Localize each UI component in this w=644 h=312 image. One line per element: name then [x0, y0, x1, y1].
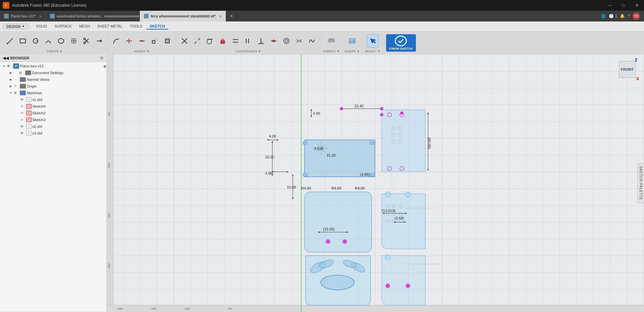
root-broadcast[interactable]: ◉ [103, 64, 106, 68]
trim2-tool[interactable] [123, 34, 135, 48]
parallel-tool[interactable] [242, 34, 254, 48]
smooth-tool[interactable] [306, 34, 318, 48]
tab-piano-box[interactable]: Piano box v13* ✕ [0, 11, 46, 21]
measure-tool[interactable] [325, 34, 337, 48]
tab-close[interactable]: ✕ [39, 14, 42, 18]
constraints-group: CONSTRAINTS ▼ [176, 33, 320, 53]
close-button[interactable]: ✕ [633, 2, 641, 8]
fillet-tool[interactable] [110, 34, 122, 48]
arc-tool[interactable] [42, 34, 54, 48]
tab-ferry[interactable]: ferry wheeeeeeeeeeeel standddddd v6* ✕ [140, 11, 226, 21]
tree-item-doc-settings[interactable]: ⚙ Document Settings [0, 69, 106, 76]
view-cube-box[interactable]: FRONT [619, 61, 636, 78]
svg-text:3.519: 3.519 [314, 147, 323, 151]
tab-surface[interactable]: SURFACE [51, 23, 75, 30]
doc-settings-gear[interactable]: ⚙ [19, 71, 24, 75]
titlebar-controls[interactable]: ─ □ ✕ [606, 2, 641, 8]
expand-named-views[interactable] [8, 77, 13, 82]
root-eye[interactable]: 👁 [7, 64, 12, 68]
design-mode-button[interactable]: DESIGN ▼ [3, 23, 28, 30]
extend-tool[interactable] [93, 34, 105, 48]
modify-label: MODIFY ▼ [134, 50, 150, 53]
tree-item-s1-dxf[interactable]: 👁 S s1-dxf [0, 96, 106, 103]
tree-item-sketches[interactable]: 👁 Sketches [0, 90, 106, 96]
tree-item-named-views[interactable]: Named Views [0, 76, 106, 83]
maximize-button[interactable]: □ [620, 2, 627, 8]
tab-solid[interactable]: SOLID [33, 23, 50, 30]
tree-item-root[interactable]: 👁 F Piano box v13 ◉ [0, 63, 106, 69]
new-tab-button[interactable]: + [226, 11, 237, 21]
tab-tools[interactable]: TOOLS [126, 23, 146, 30]
rectangle-tool[interactable] [17, 34, 29, 48]
expand-origin[interactable] [8, 84, 13, 89]
line-icon [6, 37, 14, 45]
browser-header-left: ◀◀ BROWSER [3, 56, 29, 60]
line-tool[interactable] [4, 34, 16, 48]
browser-collapse-icon[interactable]: ◀◀ [3, 56, 9, 60]
s3-sketch-icon: S [26, 131, 32, 136]
browser-settings-icon[interactable]: ⚙ [100, 56, 104, 60]
svg-text:15.20: 15.20 [326, 153, 336, 157]
bell-icon[interactable]: 🔔 [620, 14, 625, 18]
collinear-tool[interactable] [191, 34, 203, 48]
user-avatar[interactable]: YC [633, 12, 640, 20]
s3-eye[interactable]: 👁 [20, 131, 25, 135]
concentric-tool[interactable] [280, 34, 292, 48]
midpoint-tool[interactable] [268, 34, 280, 48]
help-icon[interactable]: ? [628, 14, 630, 18]
modify-icons [110, 33, 173, 49]
s2-eye[interactable]: 👁 [20, 124, 25, 128]
tree-item-s2-dxf[interactable]: 👁 S s2-dxf [0, 123, 106, 130]
tab-sheet-metal[interactable]: SHEET METAL [94, 23, 126, 30]
trim-tool[interactable] [80, 34, 93, 48]
clock-icon[interactable]: 🕐 1 [609, 14, 617, 18]
tab-sketch[interactable]: SKETCH [146, 23, 168, 30]
tree-item-s3-dxf[interactable]: 👁 S s3-dxf [0, 130, 106, 137]
sketch3-eye[interactable]: 👁 [20, 118, 25, 122]
perpendicular-tool[interactable] [255, 34, 267, 48]
sketch-palette-toggle[interactable]: SKETCH PALETTE [637, 163, 644, 203]
tab-mesh[interactable]: MESH [76, 23, 93, 30]
expand-doc-settings[interactable] [8, 70, 13, 75]
tree-item-origin[interactable]: 👁 Origin [0, 83, 106, 90]
sketch-palette-label: SKETCH PALETTE [639, 166, 643, 200]
sketch4-eye[interactable]: 👁 [20, 104, 25, 108]
view-cube[interactable]: Z FRONT X [615, 58, 639, 81]
tree-item-sketch3[interactable]: 👁 ! Sketch3 [0, 116, 106, 123]
break-tool[interactable] [136, 34, 148, 48]
select-tool[interactable] [367, 34, 379, 48]
sketch2-eye[interactable]: 👁 [20, 111, 25, 115]
tree-item-sketch2[interactable]: 👁 ! Sketch2 [0, 110, 106, 116]
lock-icon [219, 37, 226, 45]
circle-tool[interactable] [30, 34, 42, 48]
svg-point-122 [326, 240, 330, 243]
symmetry-tool[interactable] [293, 34, 305, 48]
lock-tool[interactable] [217, 34, 229, 48]
expand-root[interactable] [1, 63, 7, 69]
sketches-eye[interactable]: 👁 [13, 91, 19, 95]
tangent-icon [206, 37, 214, 45]
insert-image-tool[interactable] [346, 34, 358, 48]
globe-icon[interactable]: 🌐 [601, 14, 606, 18]
scale-tool[interactable] [149, 34, 161, 48]
canvas-area[interactable]: -200 -150 -100 -50 -200 -150 -100 -50 [107, 54, 644, 312]
insert-icons [346, 33, 358, 49]
svg-rect-63 [303, 173, 307, 176]
svg-text:(60.00): (60.00) [427, 137, 431, 149]
origin-eye[interactable]: 👁 [13, 84, 19, 88]
equal-tool[interactable] [229, 34, 241, 48]
offset2-tool[interactable] [161, 34, 173, 48]
tab-unextruded[interactable]: unextruded ferries wheeee... eeeeeeeeeee… [46, 11, 140, 21]
offset-tool[interactable] [68, 34, 80, 48]
tab-close-3[interactable]: ✕ [219, 14, 222, 18]
front-label: FRONT [621, 67, 634, 71]
coincident-tool[interactable] [178, 34, 191, 48]
polygon-tool[interactable] [55, 34, 67, 48]
tangent-tool[interactable] [204, 34, 216, 48]
s1-eye[interactable]: 👁 [20, 98, 25, 102]
tree-item-sketch4[interactable]: 👁 ! Sketch4 [0, 103, 106, 110]
offset-icon [70, 37, 77, 45]
finish-sketch-button[interactable]: FINISH SKETCH [386, 34, 416, 52]
minimize-button[interactable]: ─ [606, 2, 614, 8]
expand-sketches[interactable] [8, 90, 13, 96]
